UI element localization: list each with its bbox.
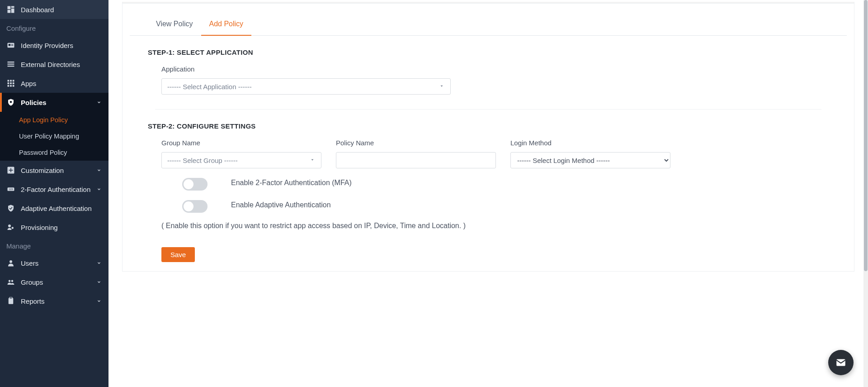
adaptive-toggle-note: ( Enable this option if you want to rest…	[148, 218, 519, 234]
sidebar-item-label: Policies	[21, 99, 47, 106]
save-button[interactable]: Save	[161, 247, 195, 262]
login-method-field: Login Method ------ Select Login Method …	[510, 139, 670, 168]
users-sync-icon	[6, 223, 15, 232]
sidebar-item-customization[interactable]: Customization	[0, 161, 108, 180]
main-content: View Policy Add Policy STEP-1: SELECT AP…	[108, 0, 868, 387]
sidebar-item-label: 2-Factor Authentication	[21, 186, 90, 193]
step1-title: STEP-1: SELECT APPLICATION	[148, 48, 829, 56]
application-select[interactable]: ------ Select Application ------	[161, 78, 451, 95]
svg-rect-7	[11, 45, 14, 46]
svg-rect-13	[13, 80, 14, 82]
adaptive-toggle-label: Enable Adaptive Authentication	[231, 199, 331, 211]
svg-rect-6	[11, 44, 14, 45]
sidebar-item-2fa[interactable]: 123 2-Factor Authentication	[0, 180, 108, 199]
svg-rect-3	[8, 10, 11, 13]
chevron-down-icon	[96, 279, 102, 285]
svg-point-30	[11, 280, 14, 282]
sidebar-item-users[interactable]: Users	[0, 253, 108, 272]
tab-add-policy[interactable]: Add Policy	[201, 16, 252, 35]
svg-rect-32	[9, 297, 12, 299]
group-name-label: Group Name	[161, 139, 321, 147]
chevron-down-icon	[96, 167, 102, 173]
svg-text:123: 123	[9, 188, 13, 191]
scrollbar-thumb[interactable]	[864, 0, 868, 271]
sidebar-sub-password-policy[interactable]: Password Policy	[0, 144, 108, 161]
svg-rect-1	[11, 6, 14, 8]
svg-rect-8	[8, 62, 14, 62]
caret-down-icon	[439, 84, 445, 89]
adaptive-toggle-row: Enable Adaptive Authentication	[161, 196, 829, 218]
sidebar-item-reports[interactable]: Reports	[0, 291, 108, 311]
svg-point-29	[9, 280, 11, 282]
sidebar-item-identity-providers[interactable]: Identity Providers	[0, 36, 108, 55]
sidebar-item-label: External Directories	[21, 61, 80, 68]
application-label: Application	[161, 65, 451, 73]
svg-rect-15	[10, 82, 12, 84]
tab-view-policy[interactable]: View Policy	[148, 16, 201, 35]
sidebar-item-apps[interactable]: Apps	[0, 74, 108, 93]
sidebar-item-external-directories[interactable]: External Directories	[0, 55, 108, 74]
svg-point-26	[8, 225, 11, 227]
password-icon: 123	[6, 185, 15, 194]
sidebar-item-adaptive-auth[interactable]: Adaptive Authentication	[0, 199, 108, 218]
sidebar-item-label: Customization	[21, 167, 64, 174]
sidebar-item-label: Identity Providers	[21, 42, 73, 49]
group-icon	[6, 277, 15, 287]
sidebar-submenu-policies: App Login Policy User Policy Mapping Pas…	[0, 112, 108, 161]
svg-rect-10	[8, 66, 14, 67]
user-icon	[6, 258, 15, 268]
sidebar-sub-app-login-policy[interactable]: App Login Policy	[0, 112, 108, 128]
sidebar-item-label: Provisioning	[21, 224, 58, 231]
mfa-toggle[interactable]	[182, 178, 208, 191]
policy-name-input[interactable]	[336, 152, 496, 168]
svg-rect-16	[13, 82, 14, 84]
shield-icon	[6, 98, 15, 107]
svg-rect-11	[8, 80, 9, 82]
sidebar-item-groups[interactable]: Groups	[0, 272, 108, 291]
adaptive-toggle[interactable]	[182, 200, 208, 213]
svg-point-27	[12, 227, 14, 229]
mfa-toggle-label: Enable 2-Factor Authentication (MFA)	[231, 177, 352, 189]
sidebar: Dashboard Configure Identity Providers E…	[0, 0, 108, 387]
sidebar-item-label: Adaptive Authentication	[21, 205, 92, 212]
page-scrollbar[interactable]	[863, 0, 868, 387]
svg-point-20	[10, 101, 12, 103]
svg-rect-5	[9, 44, 11, 46]
chevron-down-icon	[96, 298, 102, 304]
sidebar-sub-user-policy-mapping[interactable]: User Policy Mapping	[0, 128, 108, 144]
sidebar-item-label: Dashboard	[21, 6, 54, 14]
svg-rect-18	[10, 85, 12, 87]
sidebar-item-label: Reports	[21, 297, 45, 305]
clipboard-icon	[6, 296, 15, 306]
plus-square-icon	[6, 166, 15, 175]
chevron-down-icon	[96, 99, 102, 105]
svg-rect-19	[13, 85, 14, 87]
svg-rect-9	[8, 64, 14, 65]
sidebar-item-provisioning[interactable]: Provisioning	[0, 218, 108, 237]
svg-rect-17	[8, 85, 9, 87]
sidebar-item-policies[interactable]: Policies	[0, 93, 108, 112]
step2-section: STEP-2: CONFIGURE SETTINGS Group Name --…	[123, 110, 854, 239]
svg-rect-0	[8, 6, 11, 10]
shield-check-icon	[6, 204, 15, 213]
chat-fab[interactable]	[828, 350, 854, 375]
sidebar-item-label: Users	[21, 259, 38, 267]
sidebar-item-label: Apps	[21, 80, 36, 87]
svg-rect-14	[8, 82, 9, 84]
svg-marker-33	[441, 86, 443, 87]
policy-card: View Policy Add Policy STEP-1: SELECT AP…	[122, 2, 854, 272]
id-card-icon	[6, 41, 15, 50]
group-name-select[interactable]: ------ Select Group ------	[161, 152, 321, 168]
sidebar-item-label: Groups	[21, 278, 43, 286]
sidebar-section-manage: Manage	[0, 237, 108, 253]
login-method-label: Login Method	[510, 139, 670, 147]
toggle-knob	[184, 179, 193, 189]
svg-rect-12	[10, 80, 12, 82]
sidebar-item-dashboard[interactable]: Dashboard	[0, 0, 108, 19]
application-field: Application ------ Select Application --…	[161, 65, 451, 95]
group-name-placeholder: ------ Select Group ------	[167, 157, 238, 164]
list-icon	[6, 60, 15, 69]
toggle-knob	[184, 201, 193, 211]
login-method-select[interactable]: ------ Select Login Method ------	[510, 152, 670, 168]
application-select-placeholder: ------ Select Application ------	[167, 83, 252, 91]
